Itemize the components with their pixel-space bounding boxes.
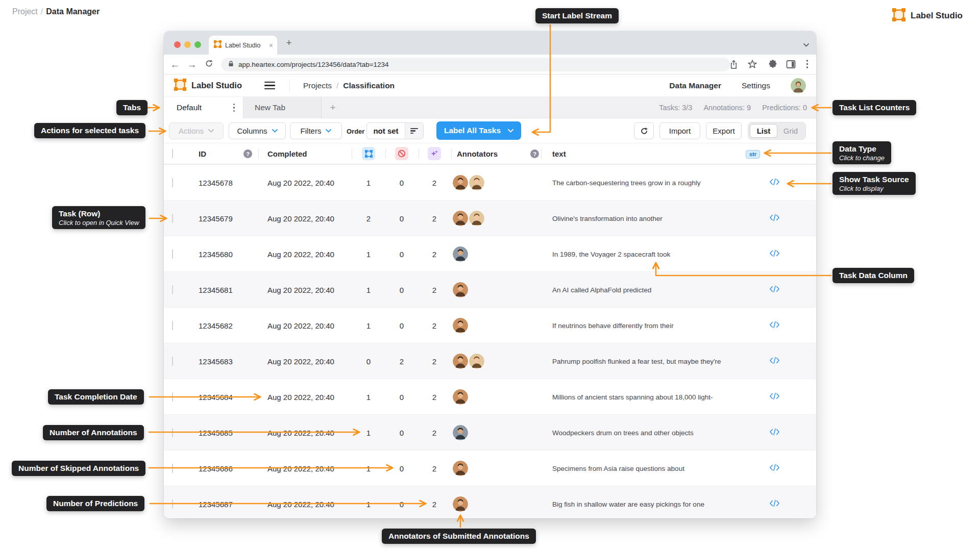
zoom-window-button[interactable] <box>194 41 201 48</box>
tab-default[interactable]: Default <box>164 97 243 118</box>
new-tab-button[interactable]: + <box>283 37 295 48</box>
show-source-icon[interactable] <box>769 320 780 330</box>
row-checkbox[interactable] <box>172 464 173 472</box>
refresh-button[interactable] <box>634 122 654 139</box>
actions-dropdown[interactable]: Actions <box>169 122 224 139</box>
callout-actions: Actions for selected tasks <box>34 123 145 138</box>
annotations-count-icon[interactable] <box>362 147 375 160</box>
browser-urlbar-row: ← → app.heartex.com/projects/123456/data… <box>164 55 816 74</box>
callout-task-completion-date: Task Completion Date <box>48 389 144 405</box>
row-checkbox[interactable] <box>172 392 173 401</box>
show-source-icon[interactable] <box>769 392 780 402</box>
table-row[interactable]: 12345685Aug 20 2022, 20:40102Woodpeckers… <box>164 414 816 450</box>
annotator-avatar[interactable] <box>453 318 468 333</box>
sort-icon[interactable] <box>405 123 423 139</box>
row-checkbox[interactable] <box>172 321 173 330</box>
row-annotators <box>453 211 484 226</box>
column-completed[interactable]: Completed <box>267 149 307 158</box>
table-row[interactable]: 12345683Aug 20 2022, 20:40022Pahrump poo… <box>164 343 816 379</box>
table-row[interactable]: 12345678Aug 20 2022, 20:40102The carbon-… <box>164 164 816 200</box>
show-source-icon[interactable] <box>769 356 780 366</box>
row-checkbox[interactable] <box>172 249 173 258</box>
share-icon[interactable] <box>729 60 738 71</box>
browser-menu-dots-icon[interactable] <box>806 59 808 71</box>
user-avatar[interactable] <box>791 78 806 93</box>
column-text[interactable]: text <box>552 149 566 158</box>
row-checkbox[interactable] <box>172 285 173 294</box>
row-checkbox[interactable] <box>172 499 173 508</box>
annotator-avatar[interactable] <box>469 211 484 226</box>
row-task-text: Millions of ancient stars spanning about… <box>552 393 767 400</box>
annotator-avatar[interactable] <box>453 461 468 476</box>
import-button[interactable]: Import <box>659 122 700 139</box>
row-annotators <box>453 354 484 369</box>
annotator-avatar[interactable] <box>469 354 484 369</box>
table-row[interactable]: 12345687Aug 20 2022, 20:40102Big fish in… <box>164 486 816 518</box>
table-row[interactable]: 12345682Aug 20 2022, 20:40102If neutrino… <box>164 307 816 343</box>
add-view-tab-button[interactable]: + <box>322 97 344 118</box>
table-row[interactable]: 12345679Aug 20 2022, 20:40202Olivine's t… <box>164 200 816 236</box>
extensions-puzzle-icon[interactable] <box>768 59 777 70</box>
view-toggle-list[interactable]: List <box>750 124 777 138</box>
order-control[interactable]: not set <box>366 122 424 139</box>
address-bar[interactable]: app.heartex.com/projects/123456/data?tab… <box>221 58 730 71</box>
show-source-icon[interactable] <box>769 428 780 437</box>
annotator-avatar[interactable] <box>453 425 468 440</box>
select-all-checkbox[interactable] <box>172 149 173 158</box>
table-row[interactable]: 12345681Aug 20 2022, 20:40102An AI calle… <box>164 271 816 307</box>
app-breadcrumb-projects[interactable]: Projects <box>303 81 332 90</box>
hamburger-menu-icon[interactable] <box>264 82 275 89</box>
show-source-icon[interactable] <box>769 249 780 259</box>
help-icon[interactable]: ? <box>243 149 252 158</box>
annotator-avatar[interactable] <box>453 175 468 190</box>
annotator-avatar[interactable] <box>453 282 468 297</box>
export-button[interactable]: Export <box>706 122 742 139</box>
show-source-icon[interactable] <box>769 178 780 187</box>
show-source-icon[interactable] <box>769 213 780 223</box>
skipped-count-icon[interactable] <box>395 147 408 160</box>
table-row[interactable]: 12345686Aug 20 2022, 20:40102Specimens f… <box>164 450 816 486</box>
reload-icon[interactable] <box>203 59 215 71</box>
row-checkbox[interactable] <box>172 214 173 222</box>
close-window-button[interactable] <box>174 41 181 48</box>
minimize-window-button[interactable] <box>184 41 191 48</box>
column-id[interactable]: ID <box>199 149 206 158</box>
annotator-avatar[interactable] <box>453 354 468 369</box>
table-row[interactable]: 12345684Aug 20 2022, 20:40102Millions of… <box>164 379 816 414</box>
show-source-icon[interactable] <box>769 499 780 509</box>
annotator-avatar[interactable] <box>453 389 468 405</box>
row-checkbox[interactable] <box>172 428 173 437</box>
back-icon[interactable]: ← <box>169 59 181 71</box>
show-source-icon[interactable] <box>769 463 780 473</box>
chevron-down-icon[interactable] <box>803 40 809 49</box>
nav-data-manager[interactable]: Data Manager <box>669 81 721 90</box>
column-annotators[interactable]: Annotators <box>457 149 498 158</box>
annotator-avatar[interactable] <box>453 211 468 226</box>
columns-dropdown[interactable]: Columns <box>229 122 286 139</box>
annotator-avatar[interactable] <box>453 496 468 512</box>
breadcrumb-project[interactable]: Project <box>12 7 38 16</box>
table-row[interactable]: 12345680Aug 20 2022, 20:40102In 1989, th… <box>164 236 816 271</box>
browser-tab[interactable]: Label Studio × <box>209 36 277 55</box>
filters-dropdown[interactable]: Filters <box>290 122 342 139</box>
predictions-count-icon[interactable] <box>428 147 441 160</box>
label-all-tasks-button[interactable]: Label All Tasks <box>436 121 521 140</box>
view-toggle-grid[interactable]: Grid <box>777 127 804 135</box>
row-checkbox[interactable] <box>172 178 173 187</box>
annotator-avatar[interactable] <box>469 175 484 190</box>
address-bar-url[interactable]: app.heartex.com/projects/123456/data?tab… <box>238 61 389 68</box>
nav-settings[interactable]: Settings <box>742 81 770 90</box>
annotator-avatar[interactable] <box>453 246 468 262</box>
side-panel-icon[interactable] <box>786 60 796 70</box>
close-tab-icon[interactable]: × <box>269 41 273 49</box>
row-checkbox[interactable] <box>172 357 173 365</box>
data-type-badge[interactable]: str <box>746 150 760 159</box>
row-completed-date: Aug 20 2022, 20:40 <box>267 464 334 472</box>
forward-icon[interactable]: → <box>186 59 198 71</box>
order-value[interactable]: not set <box>367 123 405 139</box>
tab-menu-dots-icon[interactable] <box>233 104 235 112</box>
help-icon[interactable]: ? <box>530 149 539 158</box>
show-source-icon[interactable] <box>769 285 780 294</box>
bookmark-star-icon[interactable] <box>748 60 757 71</box>
tab-new-tab[interactable]: New Tab <box>243 97 322 118</box>
